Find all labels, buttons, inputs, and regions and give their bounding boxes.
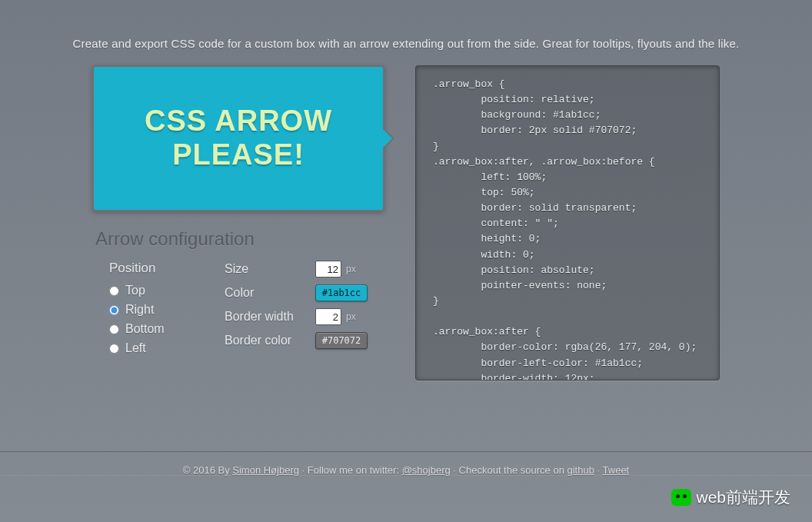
author-link[interactable]: Simon Højberg [232,464,299,476]
radio-right[interactable] [109,305,119,315]
position-left-label: Left [125,341,146,355]
tagline: Create and export CSS code for a custom … [0,0,812,65]
footer-copyright: © 2016 By [183,464,233,476]
footer-text2: · Checkout the source on [453,464,567,476]
border-color-swatch[interactable]: #707072 [315,332,368,349]
config-form: Position Top Right Bottom Left [92,261,384,361]
tweet-link[interactable]: Tweet [603,464,630,476]
wechat-icon [671,489,691,506]
position-left[interactable]: Left [109,341,201,355]
github-link[interactable]: github [567,464,594,476]
position-right[interactable]: Right [109,303,201,317]
border-width-unit: px [346,311,356,322]
watermark-text: web前端开发 [696,487,790,508]
watermark: web前端开发 [671,487,790,508]
radio-bottom[interactable] [109,324,119,334]
left-panel: CSS ARROW PLEASE! Arrow configuration Po… [92,65,384,381]
size-label: Size [225,262,315,276]
position-bottom-label: Bottom [125,322,165,336]
position-right-label: Right [125,303,154,317]
border-color-label: Border color [225,334,315,347]
footer-sep: · [597,464,603,476]
css-output[interactable]: .arrow_box { position: relative; backgro… [415,65,720,381]
position-top-label: Top [125,284,145,298]
border-width-label: Border width [225,310,315,324]
footer-text1: · Follow me on twitter: [302,464,402,476]
size-unit: px [346,264,356,274]
radio-top[interactable] [109,286,119,296]
footer: © 2016 By Simon Højberg · Follow me on t… [0,451,812,476]
section-title: Arrow configuration [95,228,384,250]
twitter-link[interactable]: @shojberg [402,464,451,476]
arrow-box-preview: CSS ARROW PLEASE! [92,65,384,211]
size-input[interactable] [315,261,341,278]
position-top[interactable]: Top [109,284,201,298]
border-width-input[interactable] [315,308,341,325]
color-label: Color [225,286,315,300]
position-bottom[interactable]: Bottom [109,322,201,336]
radio-left[interactable] [109,344,119,354]
color-swatch[interactable]: #1ab1cc [315,284,368,301]
hero-title: CSS ARROW PLEASE! [94,105,383,171]
position-label: Position [109,261,201,276]
